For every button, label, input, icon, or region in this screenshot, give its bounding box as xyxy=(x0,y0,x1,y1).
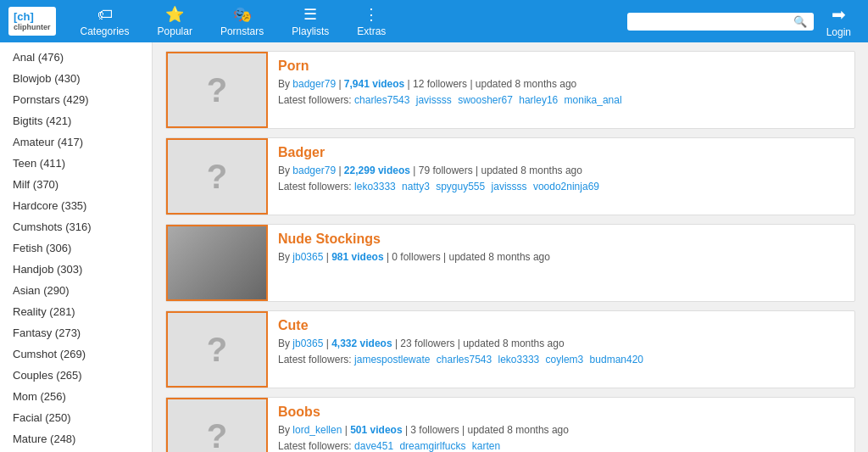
login-button[interactable]: ➡ Login xyxy=(818,4,860,38)
nav-pornstars-label: Pornstars xyxy=(220,25,264,37)
header: [ch] cliphunter 🏷 Categories ⭐ Popular 🎭… xyxy=(0,0,868,42)
follower-link[interactable]: natty3 xyxy=(402,181,430,193)
playlist-by-link[interactable]: badger79 xyxy=(292,78,336,90)
body-container: Anal (476)Blowjob (430)Pornstars (429)Bi… xyxy=(0,42,868,452)
follower-link[interactable]: charles7543 xyxy=(437,354,492,366)
playlists-icon: ☰ xyxy=(303,5,317,24)
playlist-videos-count[interactable]: 981 videos xyxy=(331,251,383,263)
playlist-info: PornBy badger79 | 7,941 videos | 12 foll… xyxy=(268,52,854,128)
follower-link[interactable]: spyguy555 xyxy=(436,181,485,193)
playlist-by-link[interactable]: badger79 xyxy=(292,165,336,176)
nav-playlists-label: Playlists xyxy=(292,25,329,37)
thumb-placeholder: ? xyxy=(207,417,227,453)
playlist-thumb: ? xyxy=(166,52,268,128)
popular-icon: ⭐ xyxy=(165,5,184,24)
sidebar-item[interactable]: Handjob (303) xyxy=(0,259,152,280)
sidebar-item[interactable]: Pornstars (429) xyxy=(0,89,152,110)
playlist-videos-count[interactable]: 4,332 videos xyxy=(331,338,392,349)
logo[interactable]: [ch] cliphunter xyxy=(8,7,56,36)
sidebar-item[interactable]: Couples (265) xyxy=(0,365,152,386)
categories-icon: 🏷 xyxy=(97,6,113,24)
nav-categories[interactable]: 🏷 Categories xyxy=(69,6,142,37)
playlist-title[interactable]: Nude Stockings xyxy=(278,232,844,247)
playlist-followers-line: Latest followers: jamespostlewate charle… xyxy=(278,354,844,366)
playlist-card: ?BoobsBy lord_kellen | 501 videos | 3 fo… xyxy=(165,397,855,452)
playlist-followers-line: Latest followers: charles7543 javissss s… xyxy=(278,94,844,106)
nav-pornstars[interactable]: 🎭 Pornstars xyxy=(209,5,275,37)
playlist-thumb: ? xyxy=(166,138,268,215)
playlist-thumb xyxy=(166,225,268,301)
playlist-meta: By lord_kellen | 501 videos | 3 follower… xyxy=(278,422,844,438)
playlist-meta: By jb0365 | 981 videos | 0 followers | u… xyxy=(278,249,844,265)
follower-link[interactable]: swoosher67 xyxy=(458,94,513,106)
sidebar-item[interactable]: Reality (281) xyxy=(0,301,152,322)
thumb-placeholder: ? xyxy=(207,331,227,369)
sidebar-item[interactable]: Bigtits (421) xyxy=(0,110,152,131)
playlist-videos-count[interactable]: 7,941 videos xyxy=(344,78,404,90)
search-input[interactable] xyxy=(634,15,793,28)
playlist-videos-count[interactable]: 501 videos xyxy=(350,424,402,436)
sidebar-item[interactable]: Teen (411) xyxy=(0,153,152,174)
follower-link[interactable]: javissss xyxy=(416,94,452,106)
playlist-title[interactable]: Cute xyxy=(278,318,844,333)
playlist-title[interactable]: Porn xyxy=(278,59,844,74)
sidebar-item[interactable]: Asian (290) xyxy=(0,280,152,301)
nav-playlists[interactable]: ☰ Playlists xyxy=(280,5,341,37)
follower-link[interactable]: harley16 xyxy=(519,94,558,106)
thumb-placeholder: ? xyxy=(207,71,227,109)
playlist-meta: By jb0365 | 4,332 videos | 23 followers … xyxy=(278,336,844,352)
playlist-meta: By badger79 | 7,941 videos | 12 follower… xyxy=(278,76,844,92)
playlist-followers-line: Latest followers: leko3333 natty3 spyguy… xyxy=(278,181,844,193)
sidebar-item[interactable]: Blowjob (430) xyxy=(0,68,152,89)
search-icon[interactable]: 🔍 xyxy=(793,15,807,28)
playlist-info: Nude StockingsBy jb0365 | 981 videos | 0… xyxy=(268,225,854,301)
follower-link[interactable]: javissss xyxy=(492,181,527,193)
follower-link[interactable]: dave451 xyxy=(354,440,393,452)
follower-link[interactable]: leko3333 xyxy=(498,354,540,366)
nav-popular-label: Popular xyxy=(158,25,192,37)
nav-categories-label: Categories xyxy=(81,25,130,37)
sidebar-item[interactable]: Fantasy (273) xyxy=(0,322,152,343)
playlist-info: BoobsBy lord_kellen | 501 videos | 3 fol… xyxy=(268,398,854,452)
sidebar-item[interactable]: Amateur (417) xyxy=(0,131,152,153)
sidebar-item[interactable]: Cumshot (269) xyxy=(0,343,152,365)
nav-popular[interactable]: ⭐ Popular xyxy=(146,5,204,37)
nav-extras[interactable]: ⋮ Extras xyxy=(345,5,398,37)
search-bar: 🔍 xyxy=(627,13,814,31)
main-content: ?PornBy badger79 | 7,941 videos | 12 fol… xyxy=(153,42,868,452)
sidebar-item[interactable]: Mom (256) xyxy=(0,386,152,407)
nav-extras-label: Extras xyxy=(357,25,386,37)
follower-link[interactable]: leko3333 xyxy=(354,181,396,193)
sidebar-item[interactable]: Fetish (306) xyxy=(0,237,152,259)
playlist-thumb: ? xyxy=(166,311,268,388)
playlist-card: ?PornBy badger79 | 7,941 videos | 12 fol… xyxy=(165,51,855,129)
follower-link[interactable]: budman420 xyxy=(590,354,643,366)
login-label: Login xyxy=(826,26,851,38)
playlist-by-link[interactable]: jb0365 xyxy=(292,338,323,349)
playlist-info: BadgerBy badger79 | 22,299 videos | 79 f… xyxy=(268,138,854,215)
thumb-placeholder: ? xyxy=(207,158,227,196)
sidebar-item[interactable]: Hardcore (335) xyxy=(0,195,152,216)
follower-link[interactable]: charles7543 xyxy=(354,94,409,106)
sidebar-item[interactable]: Facial (250) xyxy=(0,407,152,428)
sidebar-item[interactable]: Mature (248) xyxy=(0,428,152,449)
playlist-title[interactable]: Badger xyxy=(278,145,844,160)
playlist-videos-count[interactable]: 22,299 videos xyxy=(344,165,410,176)
playlist-by-link[interactable]: jb0365 xyxy=(292,251,323,263)
sidebar-item[interactable]: Anal (476) xyxy=(0,47,152,68)
pornstars-icon: 🎭 xyxy=(233,5,252,24)
sidebar-item[interactable]: Milf (370) xyxy=(0,174,152,195)
playlist-info: CuteBy jb0365 | 4,332 videos | 23 follow… xyxy=(268,311,854,388)
sidebar-item[interactable]: Cumshots (316) xyxy=(0,216,152,237)
follower-link[interactable]: dreamgirlfucks xyxy=(399,440,465,452)
follower-link[interactable]: jamespostlewate xyxy=(354,354,430,366)
playlist-card: ?CuteBy jb0365 | 4,332 videos | 23 follo… xyxy=(165,310,855,388)
follower-link[interactable]: coylem3 xyxy=(546,354,584,366)
follower-link[interactable]: monika_anal xyxy=(565,94,622,106)
playlist-by-link[interactable]: lord_kellen xyxy=(292,424,342,436)
playlist-title[interactable]: Boobs xyxy=(278,405,844,420)
playlist-card: ?BadgerBy badger79 | 22,299 videos | 79 … xyxy=(165,137,855,215)
sidebar: Anal (476)Blowjob (430)Pornstars (429)Bi… xyxy=(0,42,153,452)
follower-link[interactable]: voodo2ninja69 xyxy=(533,181,599,193)
follower-link[interactable]: karten xyxy=(472,440,500,452)
